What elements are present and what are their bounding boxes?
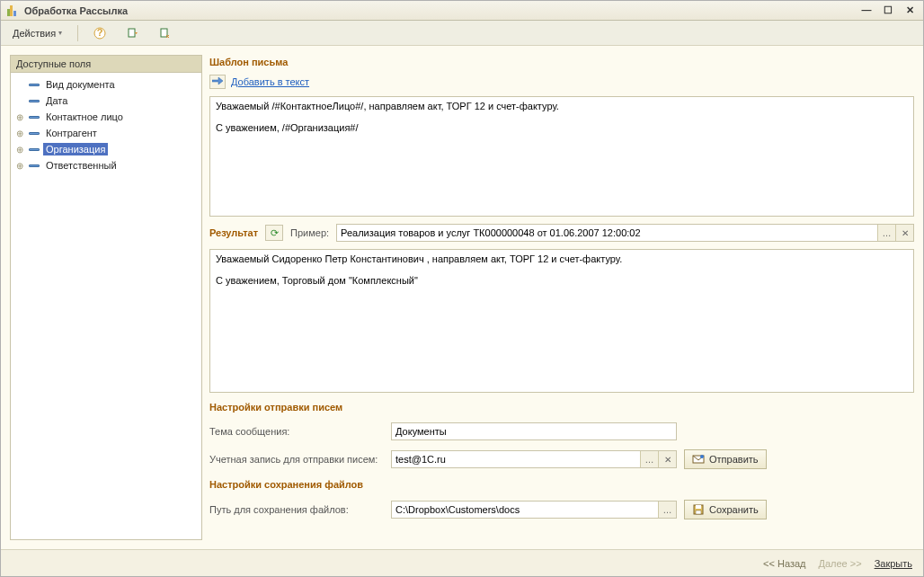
svg-rect-5 xyxy=(129,29,135,37)
send-button[interactable]: Отправить xyxy=(684,449,767,469)
result-textarea[interactable]: Уважаемый Сидоренко Петр Константинович … xyxy=(209,249,914,393)
tree-label: Дата xyxy=(43,94,70,107)
template-textarea[interactable]: Уважаемый /#КонтактноеЛицо#/, направляем… xyxy=(209,96,914,217)
actions-label: Действия xyxy=(13,28,56,39)
account-row: Учетная запись для отправки писем: … ✕ О… xyxy=(209,449,914,469)
fields-pane-header: Доступные поля xyxy=(11,56,201,73)
svg-rect-11 xyxy=(696,510,701,514)
actions-menu[interactable]: Действия ▾ xyxy=(6,25,68,41)
app-window: Обработка Рассылка — ☐ ✕ Действия ▾ ? xyxy=(0,0,924,577)
clear-button[interactable]: ✕ xyxy=(895,225,913,241)
fields-tree[interactable]: Вид документа Дата ⊕ Контактное лицо ⊕ К… xyxy=(11,73,201,539)
tree-item-date[interactable]: Дата xyxy=(13,93,200,109)
example-label: Пример: xyxy=(290,227,329,238)
refresh-icon: ⟳ xyxy=(271,227,279,239)
next-link: Далее >> xyxy=(819,558,862,569)
envelope-icon xyxy=(692,453,705,466)
tree-label: Ответственный xyxy=(43,159,120,172)
add-to-text-link[interactable]: Добавить в текст xyxy=(231,76,309,87)
account-input[interactable] xyxy=(392,451,640,467)
template-title: Шаблон письма xyxy=(209,57,914,67)
tree-item-doc-type[interactable]: Вид документа xyxy=(13,76,200,93)
maximize-button[interactable]: ☐ xyxy=(880,4,896,16)
subject-label: Тема сообщения: xyxy=(209,426,384,437)
field-icon xyxy=(29,164,40,167)
tree-label: Организация xyxy=(43,143,108,155)
example-input[interactable] xyxy=(337,225,877,241)
toolbar-button-2[interactable] xyxy=(152,24,177,42)
expand-icon[interactable]: ⊕ xyxy=(14,161,25,171)
toolbar-separator xyxy=(77,25,78,41)
svg-point-8 xyxy=(700,455,704,458)
svg-text:?: ? xyxy=(97,27,103,38)
tree-label: Контрагент xyxy=(43,127,100,139)
select-button[interactable]: … xyxy=(877,225,895,241)
insert-button[interactable] xyxy=(209,75,226,89)
expand-icon[interactable]: ⊕ xyxy=(14,112,25,122)
save-settings-title: Настройки сохранения файлов xyxy=(209,479,914,490)
add-to-text-row: Добавить в текст xyxy=(209,75,914,89)
field-icon xyxy=(29,132,40,135)
expand-icon[interactable]: ⊕ xyxy=(14,145,25,155)
tree-label: Вид документа xyxy=(43,78,118,91)
titlebar: Обработка Рассылка — ☐ ✕ xyxy=(1,1,923,21)
refresh-button[interactable]: ⟳ xyxy=(265,225,283,241)
arrow-right-icon xyxy=(212,76,223,87)
window-controls: — ☐ ✕ xyxy=(858,4,918,16)
subject-input[interactable] xyxy=(391,422,677,440)
floppy-icon xyxy=(692,503,705,516)
svg-rect-10 xyxy=(696,505,701,509)
svg-rect-0 xyxy=(10,5,13,16)
help-icon: ? xyxy=(93,27,106,40)
account-clear-button[interactable]: ✕ xyxy=(658,451,676,467)
tree-label: Контактное лицо xyxy=(43,111,126,123)
content-area: Доступные поля Вид документа Дата ⊕ Конт… xyxy=(1,46,923,549)
result-title: Результат xyxy=(209,227,258,238)
window-title: Обработка Рассылка xyxy=(24,5,128,16)
result-header-row: Результат ⟳ Пример: … ✕ xyxy=(209,224,914,242)
tree-item-responsible[interactable]: ⊕ Ответственный xyxy=(13,157,200,173)
right-pane: Шаблон письма Добавить в текст Уважаемый… xyxy=(209,55,914,540)
toolbar-button-1[interactable] xyxy=(120,24,145,42)
path-label: Путь для сохранения файлов: xyxy=(209,504,384,515)
field-icon xyxy=(29,148,40,151)
subject-row: Тема сообщения: xyxy=(209,422,914,440)
fields-pane: Доступные поля Вид документа Дата ⊕ Конт… xyxy=(10,55,202,540)
help-button[interactable]: ? xyxy=(87,24,112,42)
send-button-label: Отправить xyxy=(709,454,759,465)
path-row: Путь для сохранения файлов: … Сохранить xyxy=(209,500,914,519)
tree-item-contact[interactable]: ⊕ Контактное лицо xyxy=(13,109,200,125)
svg-rect-1 xyxy=(7,9,10,16)
close-button[interactable]: ✕ xyxy=(902,4,918,16)
app-icon xyxy=(6,4,19,17)
minimize-button[interactable]: — xyxy=(858,4,875,16)
account-label: Учетная запись для отправки писем: xyxy=(209,454,384,465)
path-combo[interactable]: … xyxy=(391,501,677,519)
chevron-down-icon: ▾ xyxy=(58,29,62,37)
field-icon xyxy=(29,100,40,102)
document-arrow-icon xyxy=(126,27,138,40)
send-settings-title: Настройки отправки писем xyxy=(209,402,914,413)
wizard-footer: << Назад Далее >> Закрыть xyxy=(1,549,923,576)
toolbar: Действия ▾ ? xyxy=(1,21,923,46)
save-button[interactable]: Сохранить xyxy=(684,500,767,519)
account-combo[interactable]: … ✕ xyxy=(391,450,677,468)
field-icon xyxy=(29,116,40,119)
save-button-label: Сохранить xyxy=(709,504,759,515)
path-input[interactable] xyxy=(392,502,658,518)
close-link[interactable]: Закрыть xyxy=(875,558,912,569)
example-combo[interactable]: … ✕ xyxy=(336,224,914,242)
svg-rect-2 xyxy=(13,11,16,16)
back-link[interactable]: << Назад xyxy=(763,558,805,569)
account-select-button[interactable]: … xyxy=(640,451,658,467)
tree-item-organization[interactable]: ⊕ Организация xyxy=(13,141,200,157)
document-check-icon xyxy=(158,27,171,40)
tree-item-counterparty[interactable]: ⊕ Контрагент xyxy=(13,125,200,141)
expand-icon[interactable]: ⊕ xyxy=(14,129,25,138)
field-icon xyxy=(29,84,40,86)
path-browse-button[interactable]: … xyxy=(658,502,676,518)
